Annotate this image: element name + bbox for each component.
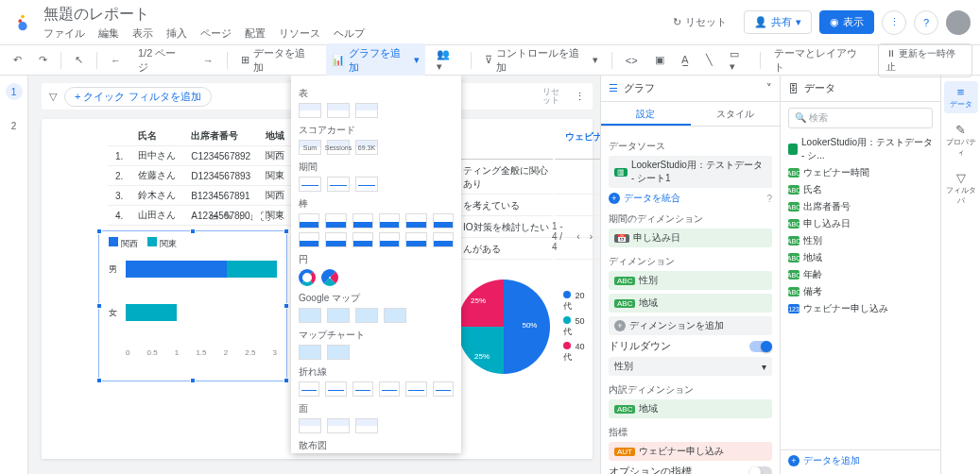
add-data-button[interactable]: ⊞ データを追加: [235, 43, 320, 77]
datasource-chip[interactable]: ▥LookerStudio用：テストデータ - シート1: [609, 156, 772, 188]
avatar[interactable]: [946, 10, 971, 35]
shape-icon[interactable]: ▭ ▾: [724, 45, 753, 76]
daterange-chip[interactable]: 📅申し込み日: [609, 229, 772, 247]
redo-icon[interactable]: ↷: [33, 51, 53, 69]
theme-button[interactable]: テーマとレイアウト: [768, 43, 872, 77]
share-button[interactable]: 👤 共有 ▾: [744, 10, 812, 34]
right-rail: ≡データ ✎プロパティ ▽フィルタバ: [940, 76, 980, 474]
tab-style[interactable]: スタイル: [691, 102, 781, 126]
add-dim-chip[interactable]: +ディメンションを追加: [609, 316, 772, 335]
chart-edit-icon[interactable]: ▭: [209, 211, 218, 223]
pager-prev-icon[interactable]: ‹: [576, 231, 579, 242]
field-row: ABC性別: [788, 232, 933, 249]
undo-icon[interactable]: ↶: [8, 51, 27, 69]
page-indicator[interactable]: 1/2 ページ: [132, 43, 192, 77]
svg-point-0: [21, 14, 25, 18]
rail-filterbar[interactable]: ▽フィルタバ: [944, 167, 978, 210]
reset-small[interactable]: リセット: [542, 88, 559, 105]
menu-insert[interactable]: 挿入: [166, 26, 187, 41]
field-row: ABCウェビナー時間: [788, 164, 933, 181]
menu-file[interactable]: ファイル: [43, 26, 85, 41]
menu-page[interactable]: ページ: [200, 26, 232, 41]
metric-chip[interactable]: AUTウェビナー申し込み: [609, 442, 772, 461]
looker-logo[interactable]: [9, 9, 36, 36]
search-input[interactable]: 🔍 検索: [788, 108, 933, 128]
pause-refresh[interactable]: ⏸ 更新を一時停止: [878, 43, 972, 77]
line-icon[interactable]: ╲: [700, 51, 718, 69]
datasource-row[interactable]: LookerStudio用：テストデータ - シ...: [788, 134, 933, 164]
page-next-icon[interactable]: →: [198, 52, 219, 69]
chart-picker[interactable]: 表 スコアカード SumSessions69.3K 期間 棒 円 Google …: [291, 76, 461, 453]
more-icon[interactable]: ⋮: [882, 10, 906, 35]
add-data-link[interactable]: +データを追加: [781, 449, 940, 471]
view-button[interactable]: ◉ 表示: [819, 10, 874, 34]
table-pager[interactable]: 1 - 4 / 4‹›: [552, 221, 593, 252]
chart-pencil-icon[interactable]: ✎: [224, 211, 232, 223]
pointer-icon[interactable]: ↖: [69, 51, 89, 69]
chart-type-icon[interactable]: ☰: [609, 82, 618, 94]
page-rail: 1 2: [0, 76, 28, 474]
image-icon[interactable]: ▣: [649, 51, 670, 69]
bar-chart[interactable]: ▭✎↑↓⛶⋮ 関西関東 男 女 00.511.522.53: [98, 230, 287, 381]
pie-chart[interactable]: 50% 25% 25% 20代 50代 40代: [457, 279, 593, 374]
field-row: 123ウェビナー申し込み: [788, 300, 933, 317]
dim-chip-1[interactable]: ABC性別: [609, 271, 772, 290]
drilldown-toggle[interactable]: [749, 341, 772, 352]
field-row: ABC年齢: [788, 266, 933, 283]
setup-panel: ☰グラフ˅ 設定 スタイル データソース ▥LookerStudio用：テストデ…: [600, 76, 780, 474]
field-row: ABC備考: [788, 283, 933, 300]
filter-icon[interactable]: ▽: [49, 91, 57, 103]
menu-edit[interactable]: 編集: [98, 26, 119, 41]
svg-point-2: [18, 22, 26, 30]
page-thumb-2[interactable]: 2: [6, 117, 23, 134]
menu-arrange[interactable]: 配置: [245, 26, 266, 41]
menu-view[interactable]: 表示: [132, 26, 153, 41]
rail-data[interactable]: ≡データ: [944, 81, 978, 113]
field-row: ABC申し込み日: [788, 215, 933, 232]
data-panel: 🗄データ 🔍 検索 LookerStudio用：テストデータ - シ... AB…: [780, 76, 940, 474]
menu-resource[interactable]: リソース: [279, 26, 320, 41]
reset-button[interactable]: ↻ リセット: [663, 11, 736, 33]
chevron-down-icon[interactable]: ˅: [766, 82, 772, 94]
pager-next-icon[interactable]: ›: [590, 231, 593, 242]
data-icon: 🗄: [788, 83, 799, 94]
embed-icon[interactable]: <>: [620, 52, 644, 69]
chart-up-icon[interactable]: ↑: [238, 211, 244, 223]
menubar: ファイル 編集 表示 挿入 ページ 配置 リソース ヘルプ: [43, 26, 663, 41]
chart-menu-icon[interactable]: ⋮: [276, 211, 286, 223]
tab-setup[interactable]: 設定: [601, 102, 691, 126]
page-thumb-1[interactable]: 1: [6, 83, 23, 100]
text-icon[interactable]: A̲: [676, 51, 695, 69]
blend-data-link[interactable]: +データを統合 ?: [609, 192, 772, 205]
default-dim[interactable]: 性別▾: [609, 357, 772, 376]
opt-metric-toggle[interactable]: [749, 466, 772, 475]
quickfilter-button[interactable]: + クイック フィルタを追加: [64, 87, 212, 107]
doc-title[interactable]: 無題のレポート: [43, 5, 663, 25]
dim-chip-2[interactable]: ABC地域: [609, 294, 772, 313]
add-chart-button[interactable]: 📊 グラフを追加 ▾: [326, 43, 425, 77]
add-control-button[interactable]: ⊽ コントロールを追加 ▾: [479, 43, 604, 77]
community-icon[interactable]: 👥 ▾: [431, 45, 464, 76]
breakdown-chip[interactable]: ABC地域: [609, 399, 772, 418]
field-row: ABC氏名: [788, 181, 933, 198]
page-prev-icon[interactable]: ←: [105, 52, 127, 69]
chart-down-icon[interactable]: ↓: [249, 211, 255, 223]
field-row: ABC出席者番号: [788, 198, 933, 215]
field-row: ABC地域: [788, 249, 933, 266]
rail-properties[interactable]: ✎プロパティ: [944, 119, 978, 161]
chart-overflow-icon[interactable]: ⋮: [575, 91, 585, 103]
help-icon[interactable]: ?: [914, 10, 938, 35]
menu-help[interactable]: ヘルプ: [334, 26, 365, 41]
chart-grid-icon[interactable]: ⛶: [260, 211, 270, 223]
